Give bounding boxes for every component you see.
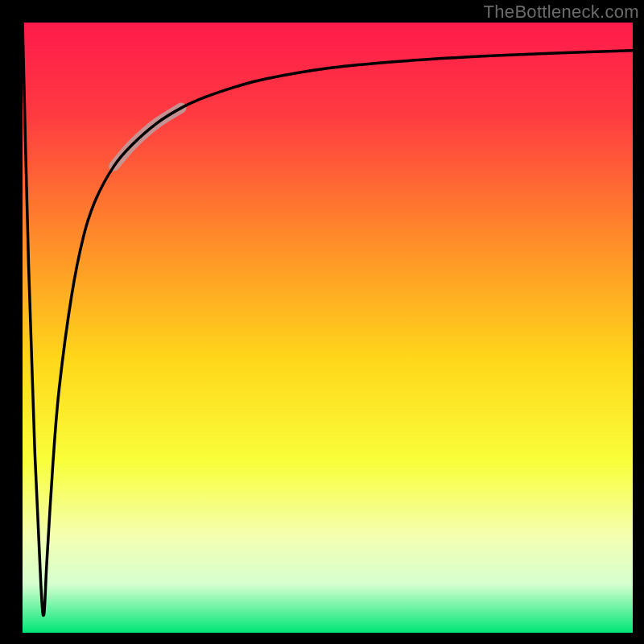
chart-canvas — [0, 0, 644, 644]
plot-background — [23, 23, 633, 633]
watermark-text: TheBottleneck.com — [484, 2, 639, 23]
chart-frame: TheBottleneck.com — [0, 0, 644, 644]
